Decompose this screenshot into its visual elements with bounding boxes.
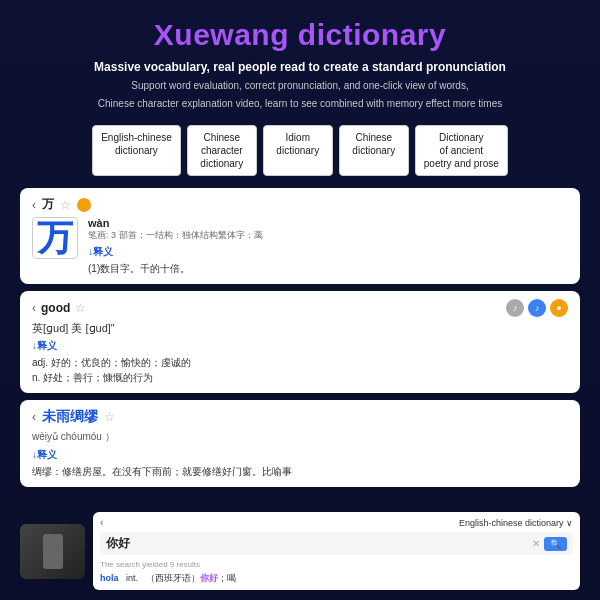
device-result-row: hola int. （西班牙语）你好；喝	[100, 572, 573, 585]
card1-char-info: wàn 笔画: 3 部首：一结构：独体结构繁体字：萬 ↓释义 (1)数目字。千的…	[88, 217, 568, 276]
card2-audio-en-icon[interactable]: ♪	[506, 299, 524, 317]
card3-pinyin: wèiyǔ chóumóu ）	[32, 430, 568, 444]
card1-tag	[77, 198, 91, 212]
card3-idiom: 未雨绸缪	[42, 408, 98, 426]
card-chinese-char: ‹ 万 ☆ 万 wàn 笔画: 3 部首：一结构：独体结构繁体字：萬 ↓释义 (…	[20, 188, 580, 284]
card1-back[interactable]: ‹	[32, 198, 36, 212]
device-search-row: 你好 ✕ 🔍	[100, 532, 573, 555]
device-screen: ‹ English-chinese dictionary ∨ 你好 ✕ 🔍 Th…	[93, 512, 580, 590]
device-body	[20, 524, 85, 579]
card1-word: 万	[42, 196, 54, 213]
card2-star[interactable]: ☆	[75, 301, 86, 315]
device-search-text: 你好	[106, 535, 528, 552]
device-result-highlight: 你好	[200, 573, 218, 583]
device-area: ‹ English-chinese dictionary ∨ 你好 ✕ 🔍 Th…	[20, 512, 580, 590]
device-result-word: hola	[100, 573, 119, 583]
tab-chinese-character[interactable]: Chinesecharacterdictionary	[187, 125, 257, 176]
device-result-info: The search yielded 9 results	[100, 560, 573, 569]
card-idiom: ‹ 未雨绸缪 ☆ wèiyǔ chóumóu ） ↓释义 绸缪：修缮房屋。在没有…	[20, 400, 580, 487]
card3-definition: 绸缪：修缮房屋。在没有下雨前；就要修缮好门窗。比喻事	[32, 464, 568, 479]
page: Xuewang dictionary Massive vocabulary, r…	[0, 0, 600, 600]
subtitle1: Support word evaluation, correct pronunc…	[131, 79, 468, 93]
card3-header: ‹ 未雨绸缪 ☆	[32, 408, 568, 426]
card3-star[interactable]: ☆	[104, 410, 115, 424]
device-back-btn[interactable]: ‹	[100, 517, 103, 528]
device-result-detail: （西班牙语）你好；喝	[146, 573, 236, 583]
tab-idiom[interactable]: Idiomdictionary	[263, 125, 333, 176]
card1-char-big: 万	[32, 217, 78, 259]
card1-pinyin: wàn	[88, 217, 568, 229]
card1-section-label: ↓释义	[88, 245, 568, 259]
card2-word: good	[41, 301, 70, 315]
card-good: ‹ good ☆ ♪ ♪ ● 英[ɡud] 美 [ɡud]" ↓释义 adj. …	[20, 291, 580, 393]
card1-star[interactable]: ☆	[60, 198, 71, 212]
tab-english-chinese[interactable]: English-chinesedictionary	[92, 125, 181, 176]
card2-bookmark-icon[interactable]: ●	[550, 299, 568, 317]
tabs-row: English-chinesedictionary Chinesecharact…	[92, 125, 508, 176]
main-title: Xuewang dictionary	[154, 18, 446, 52]
tab-ancient-poetry[interactable]: Dictionaryof ancientpoetry and prose	[415, 125, 508, 176]
device-screen-header: ‹ English-chinese dictionary ∨	[100, 517, 573, 528]
card1-body: 万 wàn 笔画: 3 部首：一结构：独体结构繁体字：萬 ↓释义 (1)数目字。…	[32, 217, 568, 276]
card3-section-label: ↓释义	[32, 448, 568, 462]
device-clear-btn[interactable]: ✕	[532, 538, 540, 549]
device-dict-label: English-chinese dictionary ∨	[459, 518, 573, 528]
card3-back[interactable]: ‹	[32, 410, 36, 424]
card2-audio-us-icon[interactable]: ♪	[528, 299, 546, 317]
subtitle-bold: Massive vocabulary, real people read to …	[94, 60, 506, 74]
device-search-btn[interactable]: 🔍	[544, 537, 567, 551]
cards-area: ‹ 万 ☆ 万 wàn 笔画: 3 部首：一结构：独体结构繁体字：萬 ↓释义 (…	[20, 188, 580, 506]
device-result-pos: int.	[126, 573, 138, 583]
subtitle2: Chinese character explanation video, lea…	[98, 97, 502, 111]
card2-def-adj: adj. 好的；优良的；愉快的；虔诚的	[32, 355, 568, 370]
card1-definition: (1)数目字。千的十倍。	[88, 261, 568, 276]
card2-phonetic: 英[ɡud] 美 [ɡud]"	[32, 321, 568, 336]
card2-section-label: ↓释义	[32, 339, 568, 353]
card1-strokes: 笔画: 3 部首：一结构：独体结构繁体字：萬	[88, 229, 568, 242]
card2-icons: ♪ ♪ ●	[506, 299, 568, 317]
device-pen	[43, 534, 63, 569]
card2-back[interactable]: ‹	[32, 301, 36, 315]
tab-chinese[interactable]: Chinesedictionary	[339, 125, 409, 176]
card2-def-n: n. 好处；善行；慷慨的行为	[32, 370, 568, 385]
card1-header: ‹ 万 ☆	[32, 196, 568, 213]
card2-header: ‹ good ☆ ♪ ♪ ●	[32, 299, 568, 317]
